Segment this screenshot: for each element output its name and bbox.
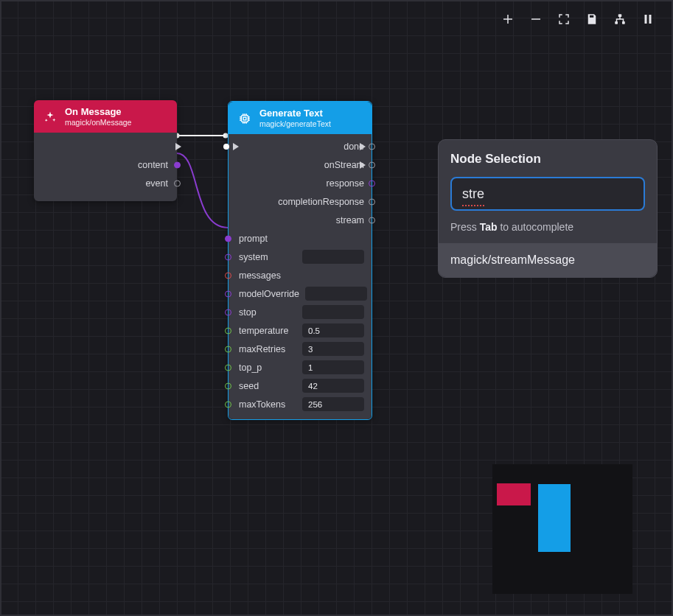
port-label: content <box>138 160 168 170</box>
event-out-port[interactable] <box>174 180 181 186</box>
node-search-input[interactable] <box>450 177 645 211</box>
fit-view-button[interactable] <box>555 10 573 28</box>
port-label: seed <box>239 381 259 391</box>
exec-in-tri[interactable] <box>233 143 239 150</box>
svg-rect-3 <box>618 14 622 17</box>
port-label: maxRetries <box>239 344 285 354</box>
minimap-node-generatetext <box>538 484 571 552</box>
maxretries-in-port[interactable] <box>225 346 231 352</box>
exec-out-port[interactable] <box>175 143 181 150</box>
port-label: response <box>327 178 364 189</box>
pause-icon <box>641 13 655 26</box>
port-label: temperature <box>239 326 288 336</box>
system-input[interactable] <box>302 250 364 264</box>
port-label: completionResponse <box>278 197 364 207</box>
save-icon <box>585 13 599 26</box>
port-row: onStream <box>229 155 372 174</box>
port-row: modelOverride <box>229 284 372 303</box>
modeloverride-input[interactable] <box>305 287 367 301</box>
chip-icon <box>237 111 252 126</box>
search-result-item[interactable]: magick/streamMessage <box>439 243 657 277</box>
temperature-input[interactable] <box>302 323 364 337</box>
port-label: event <box>145 178 168 189</box>
port-row: maxRetries <box>229 340 372 358</box>
seed-input[interactable] <box>302 379 364 393</box>
port-row: stream <box>229 211 372 229</box>
modeloverride-in-port[interactable] <box>225 290 231 297</box>
hint-suffix: to autocomplete <box>498 221 574 233</box>
port-row: stop <box>229 303 372 321</box>
node-selection-panel[interactable]: Node Selection Press Tab to autocomplete… <box>438 139 658 278</box>
content-out-port[interactable] <box>174 161 181 168</box>
port-label: onStream <box>324 160 364 170</box>
done-out-tri[interactable] <box>360 143 366 150</box>
port-label: messages <box>239 270 281 281</box>
svg-rect-9 <box>243 117 246 120</box>
port-row: prompt <box>229 229 372 248</box>
maxtokens-input[interactable] <box>302 397 364 411</box>
onstream-out-tri[interactable] <box>360 161 366 169</box>
svg-rect-6 <box>645 15 647 24</box>
hint-prefix: Press <box>450 221 480 233</box>
maxtokens-in-port[interactable] <box>225 401 231 407</box>
port-label: stream <box>336 215 364 225</box>
messages-in-port[interactable] <box>225 272 231 279</box>
sparkles-icon <box>43 110 57 125</box>
port-row: response <box>229 174 372 192</box>
hint-key: Tab <box>480 221 498 233</box>
pause-button[interactable] <box>639 10 657 28</box>
stop-in-port[interactable] <box>225 309 231 315</box>
stop-input[interactable] <box>302 305 364 319</box>
layout-button[interactable] <box>611 10 629 28</box>
system-in-port[interactable] <box>225 253 231 260</box>
port-row: messages <box>229 266 372 284</box>
port-row: seed <box>229 377 372 395</box>
node-on-message[interactable]: On Message magick/onMessage content even… <box>34 100 177 201</box>
autocomplete-hint: Press Tab to autocomplete <box>450 221 645 233</box>
maxretries-input[interactable] <box>302 342 364 356</box>
done-out-port[interactable] <box>369 143 375 150</box>
panel-title: Node Selection <box>450 152 645 167</box>
zoom-in-button[interactable] <box>499 10 517 28</box>
minus-icon <box>529 13 543 26</box>
prompt-in-port[interactable] <box>225 235 231 242</box>
port-label: maxTokens <box>239 399 285 410</box>
node-title: Generate Text <box>259 108 331 119</box>
seed-in-port[interactable] <box>225 382 231 389</box>
plus-icon <box>501 13 515 26</box>
node-subtitle: magick/generateText <box>259 119 331 128</box>
fit-icon <box>557 13 571 26</box>
node-title: On Message <box>65 107 131 118</box>
completion-out-port[interactable] <box>369 198 375 205</box>
node-header[interactable]: On Message magick/onMessage <box>34 100 177 133</box>
port-label: prompt <box>239 234 268 244</box>
node-subtitle: magick/onMessage <box>65 118 131 127</box>
minimap[interactable] <box>492 464 632 594</box>
svg-rect-4 <box>615 21 618 24</box>
port-label: modelOverride <box>239 289 299 299</box>
port-label: stop <box>239 307 257 318</box>
onstream-out-port[interactable] <box>369 161 375 168</box>
stream-out-port[interactable] <box>369 217 375 223</box>
port-row: maxTokens <box>229 395 372 413</box>
zoom-out-button[interactable] <box>527 10 545 28</box>
topp-input[interactable] <box>302 360 364 374</box>
save-button[interactable] <box>583 10 601 28</box>
hierarchy-icon <box>613 13 627 26</box>
svg-rect-8 <box>242 115 248 122</box>
port-row: done <box>229 137 372 155</box>
exec-in-port[interactable] <box>223 144 229 150</box>
temperature-in-port[interactable] <box>225 327 231 334</box>
output-port-row: content <box>34 155 177 174</box>
minimap-node-onmessage <box>497 483 531 505</box>
port-label: system <box>239 252 268 262</box>
port-label: top_p <box>239 363 262 373</box>
port-row: completionResponse <box>229 192 372 211</box>
node-generate-text[interactable]: Generate Text magick/generateText done o… <box>228 101 372 420</box>
output-port-row <box>34 137 177 155</box>
response-out-port[interactable] <box>369 180 375 186</box>
topp-in-port[interactable] <box>225 364 231 371</box>
node-header[interactable]: Generate Text magick/generateText <box>229 102 372 134</box>
port-row: system <box>229 248 372 266</box>
output-port-row: event <box>34 174 177 192</box>
